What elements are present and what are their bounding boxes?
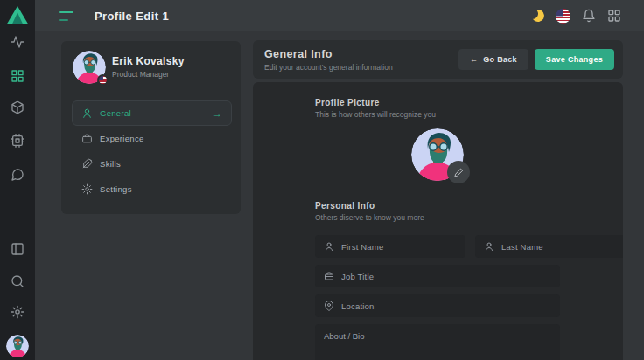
user-avatar xyxy=(73,51,106,84)
job-title-field[interactable] xyxy=(315,265,560,287)
box-icon[interactable] xyxy=(10,100,24,114)
nav-item-skills[interactable]: Skills xyxy=(72,151,232,177)
dashboard-grid-icon[interactable] xyxy=(10,69,24,83)
nav-item-experience[interactable]: Experience xyxy=(72,126,232,151)
user-icon xyxy=(81,107,93,119)
go-back-button[interactable]: ← Go Back xyxy=(458,49,528,70)
section-subtitle: Edit your account's general information xyxy=(264,63,393,72)
nav-item-settings[interactable]: Settings xyxy=(72,177,232,202)
language-us-flag-icon[interactable] xyxy=(556,9,570,24)
profile-nav: General → Experience Skills Settings xyxy=(61,100,241,202)
personal-info-title: Personal Info xyxy=(315,181,560,211)
activity-icon[interactable] xyxy=(10,35,24,49)
cpu-icon[interactable] xyxy=(10,134,24,148)
profile-card: Erik Kovalsky Product Manager General → … xyxy=(61,41,241,214)
first-name-field[interactable] xyxy=(315,235,466,258)
app-sidebar xyxy=(0,0,35,360)
personal-info-subtitle: Others diserve to know you more xyxy=(315,213,560,222)
location-field[interactable] xyxy=(315,294,560,317)
hamburger-menu-icon[interactable] xyxy=(60,11,74,21)
apps-grid-icon[interactable] xyxy=(607,9,621,23)
sidebar-user-avatar[interactable] xyxy=(6,335,29,357)
page-title: Profile Edit 1 xyxy=(94,10,169,23)
profile-picture-subtitle: This is how others will recognize you xyxy=(315,110,560,119)
go-back-label: Go Back xyxy=(483,55,517,64)
feather-icon xyxy=(81,158,93,170)
user-role: Product Manager xyxy=(112,70,169,79)
app-logo-icon[interactable] xyxy=(7,6,28,24)
about-bio-field[interactable] xyxy=(315,324,560,360)
gear-icon xyxy=(81,183,93,195)
profile-picture-avatar xyxy=(411,128,464,181)
search-icon[interactable] xyxy=(10,274,24,288)
last-name-input[interactable] xyxy=(501,242,617,252)
first-name-input[interactable] xyxy=(341,242,457,252)
pencil-icon xyxy=(454,168,464,177)
location-input[interactable] xyxy=(341,301,551,311)
job-title-input[interactable] xyxy=(341,272,551,281)
nav-item-label: Skills xyxy=(100,159,121,169)
edit-avatar-button[interactable] xyxy=(447,161,470,183)
nav-item-label: General xyxy=(100,108,131,118)
topbar: Profile Edit 1 xyxy=(35,0,644,31)
profile-picture-title: Profile Picture xyxy=(315,82,560,107)
nav-item-label: Experience xyxy=(100,134,144,143)
dark-mode-moon-icon[interactable] xyxy=(530,8,546,24)
briefcase-icon xyxy=(81,133,93,144)
main-panel: Profile Picture This is how others will … xyxy=(253,82,623,360)
save-changes-button[interactable]: Save Changes xyxy=(535,49,614,70)
settings-gear-icon[interactable] xyxy=(10,305,24,319)
about-bio-textarea[interactable] xyxy=(324,331,551,360)
chat-bubble-icon[interactable] xyxy=(10,168,24,182)
profile-card-header: Erik Kovalsky Product Manager xyxy=(61,41,241,100)
notifications-bell-icon[interactable] xyxy=(582,9,596,23)
briefcase-icon xyxy=(324,271,334,281)
arrow-right-icon: → xyxy=(213,108,222,119)
layout-panel-icon[interactable] xyxy=(10,242,24,256)
main-header: General Info Edit your account's general… xyxy=(253,40,623,79)
user-name: Erik Kovalsky xyxy=(112,55,185,67)
country-flag-badge-icon xyxy=(97,74,108,86)
user-icon xyxy=(324,241,334,252)
map-pin-icon xyxy=(324,301,334,311)
user-icon xyxy=(484,241,494,252)
nav-item-general[interactable]: General → xyxy=(72,100,232,126)
last-name-field[interactable] xyxy=(475,235,623,258)
section-title: General Info xyxy=(264,48,393,60)
nav-item-label: Settings xyxy=(100,184,132,194)
arrow-left-icon: ← xyxy=(470,55,478,64)
